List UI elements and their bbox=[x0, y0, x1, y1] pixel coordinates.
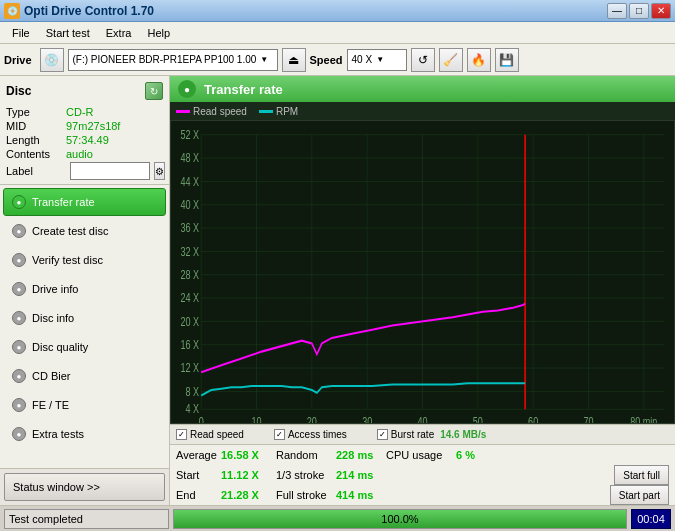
drive-label: Drive bbox=[4, 54, 32, 66]
access-times-checkbox[interactable]: ✓ bbox=[274, 429, 285, 440]
svg-text:36 X: 36 X bbox=[181, 221, 200, 235]
drive-bar: Drive 💿 (F:) PIONEER BDR-PR1EPA PP100 1.… bbox=[0, 44, 675, 76]
legend-rpm: RPM bbox=[259, 106, 298, 117]
close-button[interactable]: ✕ bbox=[651, 3, 671, 19]
disc-mid-row: MID 97m27s18f bbox=[6, 120, 163, 132]
speed-wrap: 40 X ▼ bbox=[347, 49, 407, 71]
svg-text:24 X: 24 X bbox=[181, 291, 200, 305]
svg-text:48 X: 48 X bbox=[181, 151, 200, 165]
chart-title: Transfer rate bbox=[204, 82, 283, 97]
nav-icon-extra-tests: ● bbox=[12, 427, 26, 441]
burst-rate-check[interactable]: ✓ Burst rate bbox=[377, 429, 434, 440]
status-progress-pct: 100.0% bbox=[174, 513, 626, 525]
svg-text:0: 0 bbox=[199, 414, 204, 423]
disc-label-button[interactable]: ⚙ bbox=[154, 162, 165, 180]
svg-text:70: 70 bbox=[583, 414, 593, 423]
disc-refresh-button[interactable]: ↻ bbox=[145, 82, 163, 100]
read-speed-checkbox[interactable]: ✓ bbox=[176, 429, 187, 440]
main-area: Disc ↻ Type CD-R MID 97m27s18f Length 57… bbox=[0, 76, 675, 505]
chart-svg: 52 X 48 X 44 X 40 X 36 X 32 X 28 X 24 X … bbox=[171, 121, 674, 423]
disc-contents-row: Contents audio bbox=[6, 148, 163, 160]
access-times-check[interactable]: ✓ Access times bbox=[274, 429, 347, 440]
app-icon: 💿 bbox=[4, 3, 20, 19]
svg-text:52 X: 52 X bbox=[181, 127, 200, 141]
right-panel: ● Transfer rate Read speed RPM bbox=[170, 76, 675, 505]
svg-text:28 X: 28 X bbox=[181, 267, 200, 281]
svg-text:40: 40 bbox=[417, 414, 427, 423]
legend-rpm-color bbox=[259, 110, 273, 113]
nav-create-test-disc[interactable]: ● Create test disc bbox=[3, 217, 166, 245]
stats-bar: ✓ Read speed ✓ Access times ✓ Burst rate… bbox=[170, 424, 675, 444]
nav-transfer-rate[interactable]: ● Transfer rate bbox=[3, 188, 166, 216]
nav-icon-create-test-disc: ● bbox=[12, 224, 26, 238]
burn-button[interactable]: 🔥 bbox=[467, 48, 491, 72]
nav-disc-quality[interactable]: ● Disc quality bbox=[3, 333, 166, 361]
chart-header: ● Transfer rate bbox=[170, 76, 675, 102]
left-panel: Disc ↻ Type CD-R MID 97m27s18f Length 57… bbox=[0, 76, 170, 505]
svg-text:32 X: 32 X bbox=[181, 244, 200, 258]
status-text: Test completed bbox=[4, 509, 169, 529]
read-speed-check[interactable]: ✓ Read speed bbox=[176, 429, 244, 440]
data-row-average: Average 16.58 X Random 228 ms CPU usage … bbox=[176, 445, 669, 465]
title-bar: 💿 Opti Drive Control 1.70 — □ ✕ bbox=[0, 0, 675, 22]
menu-file[interactable]: File bbox=[4, 25, 38, 41]
data-row-start: Start 11.12 X 1/3 stroke 214 ms Start fu… bbox=[176, 465, 669, 485]
svg-text:12 X: 12 X bbox=[181, 361, 200, 375]
nav-icon-drive-info: ● bbox=[12, 282, 26, 296]
erase-button[interactable]: 🧹 bbox=[439, 48, 463, 72]
nav-verify-test-disc[interactable]: ● Verify test disc bbox=[3, 246, 166, 274]
legend-read-speed: Read speed bbox=[176, 106, 247, 117]
nav-cd-bier[interactable]: ● CD Bier bbox=[3, 362, 166, 390]
svg-text:30: 30 bbox=[362, 414, 372, 423]
data-rows: Average 16.58 X Random 228 ms CPU usage … bbox=[170, 444, 675, 505]
svg-text:60: 60 bbox=[528, 414, 538, 423]
menu-extra[interactable]: Extra bbox=[98, 25, 140, 41]
nav-fe-te[interactable]: ● FE / TE bbox=[3, 391, 166, 419]
svg-text:8 X: 8 X bbox=[186, 384, 200, 398]
legend-read-speed-color bbox=[176, 110, 190, 113]
burst-rate-checkbox[interactable]: ✓ bbox=[377, 429, 388, 440]
svg-text:80 min: 80 min bbox=[630, 414, 657, 423]
chart-area: 52 X 48 X 44 X 40 X 36 X 32 X 28 X 24 X … bbox=[170, 120, 675, 424]
svg-text:44 X: 44 X bbox=[181, 174, 200, 188]
status-window-button[interactable]: Status window >> bbox=[4, 473, 165, 501]
nav-icon-cd-bier: ● bbox=[12, 369, 26, 383]
nav-icon-verify-test-disc: ● bbox=[12, 253, 26, 267]
minimize-button[interactable]: — bbox=[607, 3, 627, 19]
nav-extra-tests[interactable]: ● Extra tests bbox=[3, 420, 166, 448]
chart-legend: Read speed RPM bbox=[170, 102, 675, 120]
data-row-end: End 21.28 X Full stroke 414 ms Start par… bbox=[176, 485, 669, 505]
nav-items: ● Transfer rate ● Create test disc ● Ver… bbox=[0, 185, 169, 468]
status-progress-wrap: 100.0% bbox=[173, 509, 627, 529]
disc-label-input[interactable] bbox=[70, 162, 150, 180]
menu-start-test[interactable]: Start test bbox=[38, 25, 98, 41]
svg-text:40 X: 40 X bbox=[181, 197, 200, 211]
nav-icon-transfer-rate: ● bbox=[12, 195, 26, 209]
menu-bar: File Start test Extra Help bbox=[0, 22, 675, 44]
svg-text:10: 10 bbox=[251, 414, 261, 423]
save-button[interactable]: 💾 bbox=[495, 48, 519, 72]
svg-text:20 X: 20 X bbox=[181, 314, 200, 328]
speed-label: Speed bbox=[310, 54, 343, 66]
svg-text:20: 20 bbox=[307, 414, 317, 423]
disc-section: Disc ↻ Type CD-R MID 97m27s18f Length 57… bbox=[0, 76, 169, 185]
eject-button[interactable]: ⏏ bbox=[282, 48, 306, 72]
menu-help[interactable]: Help bbox=[139, 25, 178, 41]
nav-icon-disc-info: ● bbox=[12, 311, 26, 325]
nav-disc-info[interactable]: ● Disc info bbox=[3, 304, 166, 332]
start-part-button[interactable]: Start part bbox=[610, 485, 669, 505]
disc-title: Disc bbox=[6, 84, 31, 98]
maximize-button[interactable]: □ bbox=[629, 3, 649, 19]
speed-select[interactable]: 40 X ▼ bbox=[347, 49, 407, 71]
refresh-button[interactable]: ↺ bbox=[411, 48, 435, 72]
disc-label-row: Label ⚙ bbox=[6, 162, 163, 180]
window-controls: — □ ✕ bbox=[607, 3, 671, 19]
drive-select[interactable]: (F:) PIONEER BDR-PR1EPA PP100 1.00 ▼ bbox=[68, 49, 278, 71]
burst-rate-value: 14.6 MB/s bbox=[440, 429, 486, 440]
svg-text:50: 50 bbox=[473, 414, 483, 423]
nav-icon-disc-quality: ● bbox=[12, 340, 26, 354]
drive-dropdown-arrow: ▼ bbox=[260, 55, 268, 64]
svg-text:4 X: 4 X bbox=[186, 402, 200, 416]
nav-drive-info[interactable]: ● Drive info bbox=[3, 275, 166, 303]
start-full-button[interactable]: Start full bbox=[614, 465, 669, 485]
